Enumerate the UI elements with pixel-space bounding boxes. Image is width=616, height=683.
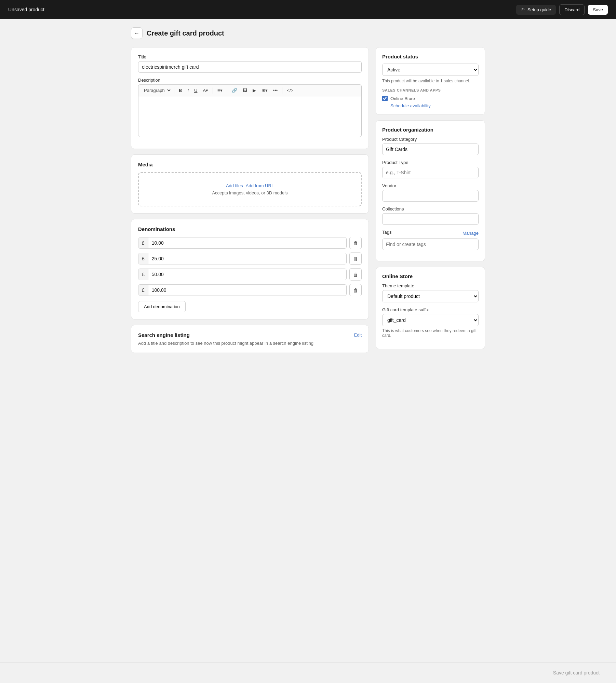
page-wrapper: ← Create gift card product Title Descrip… xyxy=(120,19,496,386)
online-store-checkbox-row: Online Store xyxy=(382,96,479,101)
discard-button[interactable]: Discard xyxy=(559,4,585,15)
vendor-label: Vendor xyxy=(382,183,479,188)
media-card: Media Add files Add from URL Accepts ima… xyxy=(131,154,369,214)
currency-symbol-2: £ xyxy=(138,253,148,264)
status-hint: This product will be available to 1 sale… xyxy=(382,79,479,83)
video-button[interactable]: ▶ xyxy=(251,87,258,94)
add-denomination-button[interactable]: Add denomination xyxy=(138,301,186,312)
online-store-checkbox[interactable] xyxy=(382,96,388,101)
back-arrow-icon: ← xyxy=(134,30,139,36)
denomination-row-1: £ 🗑 xyxy=(138,237,362,249)
dropzone-links: Add files Add from URL xyxy=(226,183,274,188)
tags-input[interactable] xyxy=(382,238,479,250)
status-select[interactable]: Active Draft xyxy=(382,64,479,76)
nav-actions: 🏳 Setup guide Discard Save xyxy=(516,4,608,15)
add-from-url-link[interactable]: Add from URL xyxy=(246,183,274,188)
category-field-group: Product Category xyxy=(382,137,479,155)
denomination-input-wrap-4: £ xyxy=(138,284,347,296)
title-label: Title xyxy=(138,54,362,59)
media-title: Media xyxy=(138,162,362,167)
gift-card-suffix-label: Gift card template suffix xyxy=(382,307,479,312)
setup-guide-button[interactable]: 🏳 Setup guide xyxy=(516,5,556,15)
code-button[interactable]: </> xyxy=(285,87,295,94)
schedule-availability-link[interactable]: Schedule availability xyxy=(390,103,479,108)
seo-edit-link[interactable]: Edit xyxy=(354,332,362,338)
seo-card: Search engine listing Edit Add a title a… xyxy=(131,325,369,353)
product-org-title: Product organization xyxy=(382,127,479,133)
text-color-button[interactable]: A▾ xyxy=(201,87,210,94)
description-label: Description xyxy=(138,78,362,83)
description-field-group: Description Paragraph B I U A▾ ≡▾ xyxy=(138,78,362,137)
media-dropzone[interactable]: Add files Add from URL Accepts images, v… xyxy=(138,172,362,206)
product-type-label: Product Type xyxy=(382,160,479,165)
sales-channels-label: SALES CHANNELS AND APPS xyxy=(382,88,479,92)
back-button[interactable]: ← xyxy=(131,27,143,39)
content-grid: Title Description Paragraph B I U A▾ xyxy=(131,47,485,358)
table-button[interactable]: ⊞▾ xyxy=(259,87,270,94)
product-type-field-group: Product Type xyxy=(382,160,479,178)
title-input[interactable] xyxy=(138,61,362,73)
tags-manage-link[interactable]: Manage xyxy=(463,231,479,236)
denomination-row-2: £ 🗑 xyxy=(138,252,362,265)
editor-toolbar: Paragraph B I U A▾ ≡▾ 🔗 🖼 ▶ ⊞▾ xyxy=(138,84,362,96)
theme-template-field-group: Theme template Default product Custom xyxy=(382,283,479,302)
delete-denomination-3[interactable]: 🗑 xyxy=(349,268,362,281)
top-navigation: Unsaved product 🏳 Setup guide Discard Sa… xyxy=(0,0,616,19)
nav-title: Unsaved product xyxy=(8,7,44,12)
online-store-title: Online Store xyxy=(382,273,479,279)
currency-symbol-1: £ xyxy=(138,237,148,248)
toolbar-divider-4 xyxy=(282,87,282,94)
tags-header: Tags Manage xyxy=(382,230,479,236)
align-button[interactable]: ≡▾ xyxy=(215,87,225,94)
currency-symbol-4: £ xyxy=(138,285,148,296)
denomination-input-4[interactable] xyxy=(148,285,346,296)
vendor-input[interactable] xyxy=(382,190,479,202)
format-select[interactable]: Paragraph xyxy=(141,87,172,94)
theme-template-select[interactable]: Default product Custom xyxy=(382,290,479,302)
right-column: Product status Active Draft This product… xyxy=(376,47,485,355)
toolbar-divider-3 xyxy=(227,87,227,94)
italic-button[interactable]: I xyxy=(185,87,191,94)
trash-icon-2: 🗑 xyxy=(353,256,358,262)
flag-icon: 🏳 xyxy=(521,7,525,12)
delete-denomination-4[interactable]: 🗑 xyxy=(349,284,362,296)
delete-denomination-2[interactable]: 🗑 xyxy=(349,252,362,265)
category-input[interactable] xyxy=(382,144,479,155)
denomination-input-2[interactable] xyxy=(148,253,346,264)
collections-label: Collections xyxy=(382,206,479,211)
denomination-input-wrap-2: £ xyxy=(138,253,347,264)
online-store-card: Online Store Theme template Default prod… xyxy=(376,267,485,349)
category-label: Product Category xyxy=(382,137,479,142)
denomination-input-3[interactable] xyxy=(148,269,346,280)
denomination-input-1[interactable] xyxy=(148,237,346,248)
bold-button[interactable]: B xyxy=(177,87,184,94)
product-organization-card: Product organization Product Category Pr… xyxy=(376,120,485,261)
underline-button[interactable]: U xyxy=(192,87,199,94)
left-column: Title Description Paragraph B I U A▾ xyxy=(131,47,369,358)
trash-icon-3: 🗑 xyxy=(353,272,358,277)
save-button[interactable]: Save xyxy=(588,5,608,15)
link-button[interactable]: 🔗 xyxy=(230,87,239,94)
product-status-title: Product status xyxy=(382,54,479,59)
title-description-card: Title Description Paragraph B I U A▾ xyxy=(131,47,369,149)
seo-header: Search engine listing Edit xyxy=(138,332,362,338)
sales-channels-section: SALES CHANNELS AND APPS Online Store Sch… xyxy=(382,88,479,108)
seo-description: Add a title and description to see how t… xyxy=(138,341,362,346)
delete-denomination-1[interactable]: 🗑 xyxy=(349,237,362,249)
product-type-input[interactable] xyxy=(382,167,479,178)
media-hint: Accepts images, videos, or 3D models xyxy=(212,190,287,195)
denomination-input-wrap-3: £ xyxy=(138,269,347,280)
collections-input[interactable] xyxy=(382,213,479,225)
image-button[interactable]: 🖼 xyxy=(241,87,249,94)
add-files-link[interactable]: Add files xyxy=(226,183,243,188)
more-button[interactable]: ••• xyxy=(271,87,280,94)
gift-card-suffix-select[interactable]: gift_card xyxy=(382,314,479,326)
gift-card-suffix-field-group: Gift card template suffix gift_card This… xyxy=(382,307,479,338)
page-title: Create gift card product xyxy=(147,29,224,37)
denomination-input-wrap-1: £ xyxy=(138,237,347,249)
theme-template-label: Theme template xyxy=(382,283,479,288)
vendor-field-group: Vendor xyxy=(382,183,479,202)
suffix-hint: This is what customers see when they red… xyxy=(382,328,479,338)
denominations-title: Denominations xyxy=(138,226,362,232)
description-editor-body[interactable] xyxy=(138,96,362,137)
